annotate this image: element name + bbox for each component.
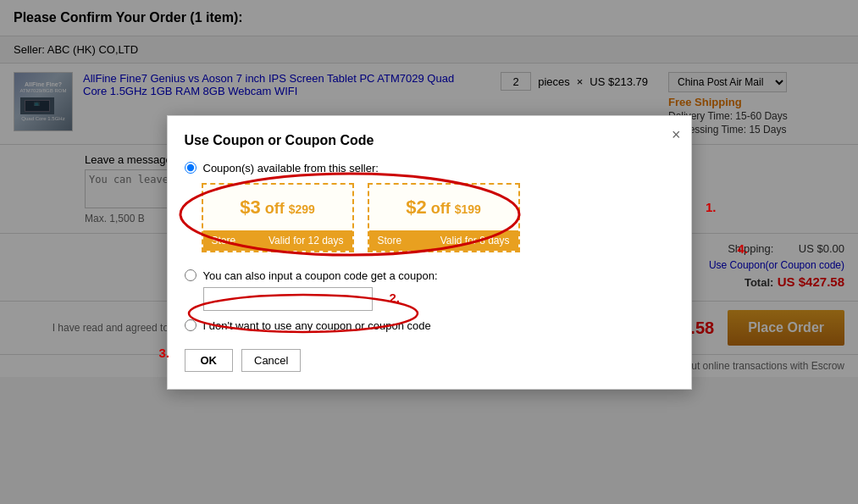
modal-close-button[interactable]: ×: [672, 126, 681, 144]
coupon-top-2: $2 off $199: [369, 185, 518, 230]
coupon-available-label: Coupon(s) available from this seller:: [203, 162, 379, 174]
coupon-top-1: $3 off $299: [203, 185, 352, 230]
coupon-validity-1: Valid for 12 days: [268, 235, 344, 246]
coupon-input-radio-row: You can also input a coupon code get a c…: [185, 269, 674, 282]
coupon-validity-2: Valid for 8 days: [440, 235, 510, 246]
coupon-card-1[interactable]: $3 off $299 Store Valid for 12 days: [202, 183, 354, 252]
annotation-1: 1.: [706, 200, 717, 214]
coupon-modal: Use Coupon or Coupon Code × Coupon(s) av…: [167, 115, 692, 378]
cancel-button[interactable]: Cancel: [241, 349, 301, 372]
coupon-bottom-2: Store Valid for 8 days: [369, 230, 518, 251]
coupon-card-2[interactable]: $2 off $199 Store Valid for 8 days: [368, 183, 520, 252]
coupon-available-radio[interactable]: [185, 162, 197, 174]
coupon-discount-2: $2 off $199: [378, 197, 510, 219]
coupon-section-header: Coupon(s) available from this seller:: [185, 162, 674, 174]
ok-label: OK: [201, 354, 218, 367]
close-icon: ×: [672, 126, 681, 143]
no-coupon-label: I don't want to use any coupon or coupon…: [203, 319, 431, 332]
coupon-input-label: You can also input a coupon code get a c…: [203, 269, 438, 282]
modal-actions: 3. OK Cancel: [185, 349, 674, 372]
coupon-input-row: 2.: [203, 287, 674, 311]
no-coupon-row: I don't want to use any coupon or coupon…: [185, 319, 674, 332]
annotation-4: 4.: [737, 241, 748, 256]
modal-overlay: Use Coupon or Coupon Code × Coupon(s) av…: [0, 0, 858, 377]
annotation-3: 3.: [159, 346, 170, 360]
coupon-discount-1: $3 off $299: [212, 197, 344, 219]
coupon-input-radio[interactable]: [185, 269, 197, 281]
coupon-code-input[interactable]: [203, 287, 373, 311]
coupon-store-1: Store: [212, 235, 236, 246]
no-coupon-radio[interactable]: [185, 319, 197, 331]
ok-button[interactable]: OK: [185, 349, 234, 372]
coupon-bottom-1: Store Valid for 12 days: [203, 230, 352, 251]
coupon-store-2: Store: [378, 235, 402, 246]
cancel-label: Cancel: [254, 354, 288, 367]
coupons-container: $3 off $299 Store Valid for 12 days: [202, 183, 674, 252]
modal-title: Use Coupon or Coupon Code: [185, 133, 674, 148]
annotation-2: 2.: [390, 291, 401, 305]
